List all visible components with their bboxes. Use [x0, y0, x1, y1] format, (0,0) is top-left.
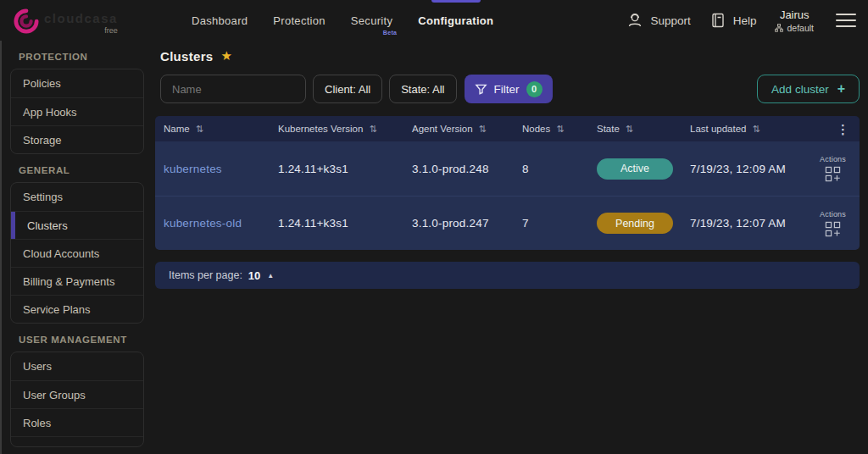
funnel-icon: [475, 83, 487, 96]
name-filter-input[interactable]: [160, 75, 306, 103]
filter-button[interactable]: Filter 0: [465, 75, 553, 103]
sidebar-group-general: Settings Clusters Cloud Accounts Billing…: [10, 182, 144, 324]
actions-label: Actions: [820, 210, 846, 219]
filter-count-badge: 0: [526, 81, 542, 97]
filter-row: Client: All State: All Filter 0 Add clus…: [160, 75, 860, 103]
sidebar-item-users[interactable]: Users: [11, 352, 143, 380]
pagination-bar: Items per page: 10 ▲: [155, 262, 860, 289]
add-cluster-label: Add cluster: [771, 83, 829, 96]
row-actions: Actions: [820, 155, 846, 182]
cluster-name-link[interactable]: kubernetes: [164, 163, 278, 175]
nodes-count: 8: [522, 163, 597, 175]
actions-grid-plus-icon[interactable]: [825, 166, 841, 182]
state-badge: Pending: [597, 213, 673, 234]
sidebar-section-user-management: USER MANAGEMENT: [19, 335, 155, 345]
client-filter-chip[interactable]: Client: All: [313, 75, 382, 103]
page-title-row: Clusters ★: [160, 48, 860, 64]
cluster-name-link[interactable]: kubernetes-old: [164, 217, 278, 230]
nav-protection[interactable]: Protection: [273, 0, 326, 41]
filter-button-label: Filter: [494, 83, 520, 96]
sidebar-item-service-plans[interactable]: Service Plans: [11, 295, 143, 323]
beta-badge: Beta: [383, 30, 397, 36]
org-hierarchy-icon: [775, 24, 783, 32]
kubernetes-version-value: 1.24.11+k3s1: [278, 163, 412, 175]
sort-icon: ⇅: [369, 124, 376, 135]
sidebar-item-storage[interactable]: Storage: [11, 125, 143, 153]
items-per-page-select[interactable]: 10 ▲: [248, 269, 274, 282]
actions-label: Actions: [820, 155, 846, 163]
logo[interactable]: cloudcasa free: [14, 6, 153, 35]
sort-icon: ⇅: [479, 124, 487, 135]
topbar-right: Support Help Jairus default: [626, 8, 856, 33]
state-filter-chip[interactable]: State: All: [389, 75, 456, 103]
nodes-count: 7: [522, 217, 597, 230]
clusters-table: Name⇅ Kubernetes Version⇅ Agent Version⇅…: [155, 116, 860, 250]
plus-icon: +: [837, 81, 845, 97]
sidebar-item-cutoff: [11, 436, 143, 446]
column-header-agent-version[interactable]: Agent Version⇅: [412, 124, 522, 135]
nav-security[interactable]: Security Beta: [351, 0, 392, 41]
last-updated-value: 7/19/23, 12:07 AM: [690, 217, 803, 230]
sidebar-item-roles[interactable]: Roles: [11, 408, 143, 436]
support-headset-icon: [626, 12, 643, 29]
sidebar-item-settings[interactable]: Settings: [11, 183, 143, 211]
nav-security-label: Security: [351, 14, 392, 27]
items-per-page-label: Items per page:: [169, 269, 242, 281]
cloudcasa-logo-icon: [14, 8, 39, 34]
caret-up-icon: ▲: [267, 272, 274, 280]
actions-grid-plus-icon[interactable]: [825, 221, 841, 237]
agent-version-value: 3.1.0-prod.247: [412, 217, 522, 230]
column-header-kubernetes-version[interactable]: Kubernetes Version⇅: [278, 124, 412, 135]
sort-icon: ⇅: [556, 124, 564, 135]
user-name: Jairus: [780, 8, 810, 21]
sort-icon: ⇅: [196, 124, 203, 135]
sort-icon: ⇅: [753, 124, 760, 135]
sidebar-item-billing-payments[interactable]: Billing & Payments: [11, 267, 143, 295]
table-header-row: Name⇅ Kubernetes Version⇅ Agent Version⇅…: [155, 116, 860, 141]
sidebar-item-cloud-accounts[interactable]: Cloud Accounts: [11, 239, 143, 267]
state-badge: Active: [597, 158, 673, 180]
sidebar-group-user-management: Users User Groups Roles: [10, 352, 144, 447]
kubernetes-version-value: 1.24.11+k3s1: [278, 217, 412, 230]
help-book-icon: [709, 12, 726, 29]
sidebar: PROTECTION Policies App Hooks Storage GE…: [0, 41, 155, 454]
sidebar-group-protection: Policies App Hooks Storage: [10, 69, 144, 154]
sidebar-item-clusters[interactable]: Clusters: [11, 211, 143, 239]
main-content: Clusters ★ Client: All State: All Filter…: [155, 41, 868, 454]
add-cluster-button[interactable]: Add cluster +: [757, 75, 860, 103]
column-header-state[interactable]: State⇅: [597, 124, 690, 135]
support-label: Support: [650, 14, 690, 27]
plan-tier-label: free: [104, 26, 118, 35]
support-button[interactable]: Support: [626, 12, 690, 29]
favorite-star-icon[interactable]: ★: [220, 48, 231, 64]
sidebar-section-general: GENERAL: [19, 165, 155, 175]
sidebar-section-protection: PROTECTION: [19, 52, 155, 62]
user-org-label: default: [787, 23, 814, 33]
table-row: kubernetes 1.24.11+k3s1 3.1.0-prod.248 8…: [155, 141, 860, 196]
column-header-name[interactable]: Name⇅: [164, 124, 278, 135]
menu-button[interactable]: [836, 14, 856, 27]
agent-version-value: 3.1.0-prod.248: [412, 163, 522, 175]
column-header-last-updated[interactable]: Last updated⇅: [690, 124, 803, 135]
sidebar-item-user-groups[interactable]: User Groups: [11, 380, 143, 408]
sort-icon: ⇅: [626, 124, 633, 135]
help-button[interactable]: Help: [709, 12, 757, 29]
main-nav: Dashboard Protection Security Beta Confi…: [192, 0, 493, 41]
nav-dashboard[interactable]: Dashboard: [192, 0, 248, 41]
user-menu[interactable]: Jairus default: [775, 8, 814, 33]
topbar: cloudcasa free Dashboard Protection Secu…: [0, 0, 868, 41]
nav-configuration[interactable]: Configuration: [418, 0, 493, 41]
column-header-nodes[interactable]: Nodes⇅: [522, 124, 597, 135]
brand-wordmark: cloudcasa: [44, 11, 118, 25]
sidebar-item-app-hooks[interactable]: App Hooks: [11, 97, 143, 125]
column-menu-kebab-icon[interactable]: ⋮: [837, 123, 860, 136]
row-actions: Actions: [820, 210, 846, 237]
last-updated-value: 7/19/23, 12:09 AM: [690, 163, 803, 175]
table-row: kubernetes-old 1.24.11+k3s1 3.1.0-prod.2…: [155, 196, 860, 250]
sidebar-item-policies[interactable]: Policies: [11, 69, 143, 97]
help-label: Help: [733, 14, 757, 27]
page-title: Clusters: [160, 49, 213, 64]
items-per-page-value: 10: [248, 269, 260, 282]
